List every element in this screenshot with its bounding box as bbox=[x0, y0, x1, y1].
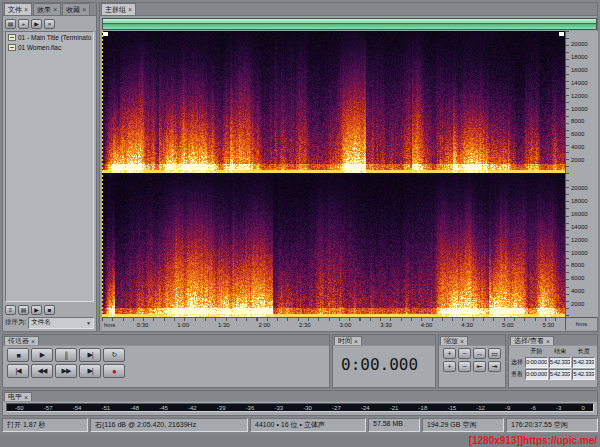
delete-file-button[interactable]: × bbox=[44, 19, 55, 29]
time-tab[interactable]: 时间 × bbox=[334, 336, 362, 345]
close-icon[interactable]: × bbox=[460, 338, 464, 345]
tab-main-group[interactable]: 主群组 × bbox=[101, 3, 136, 15]
sort-select-value: 文件名 bbox=[31, 318, 51, 327]
file-list-item[interactable]: 01 - Main Title (Terminato bbox=[6, 32, 93, 42]
view-end-value[interactable]: 5:42.333 bbox=[549, 369, 572, 380]
show-options-button[interactable]: ≡ bbox=[5, 305, 16, 315]
fast-forward-icon: ▶▶ bbox=[62, 367, 71, 375]
close-icon[interactable]: × bbox=[354, 338, 358, 345]
file-list-item[interactable]: 01 Women.flac bbox=[6, 42, 93, 52]
close-icon[interactable]: × bbox=[31, 338, 35, 345]
stop-button[interactable]: ■ bbox=[7, 348, 29, 362]
zoom-to-selection-button[interactable]: ▭ bbox=[488, 348, 501, 359]
zoom-selection-icon: ▭ bbox=[491, 350, 498, 358]
stop-preview-button[interactable]: ■ bbox=[44, 305, 55, 315]
selection-handle-right[interactable] bbox=[559, 32, 564, 36]
tab-files[interactable]: 文件 × bbox=[4, 3, 32, 15]
import-file-button[interactable]: ▤ bbox=[5, 19, 16, 29]
time-tick-label: 1:30 bbox=[218, 322, 230, 328]
freq-tick-label: 12000 bbox=[571, 237, 588, 243]
ruler-corner-label: hms bbox=[576, 321, 587, 327]
go-to-start-button[interactable]: |◀ bbox=[7, 364, 29, 378]
db-scale-label: -18 bbox=[419, 405, 428, 411]
spectral-display-area bbox=[102, 31, 565, 317]
freq-tick-label: 20000 bbox=[571, 185, 588, 191]
files-panel-tabbar: 文件 × 效果 × 收藏 × bbox=[3, 3, 96, 16]
spectral-display[interactable] bbox=[102, 31, 565, 317]
files-toolbar: ▤ + ▶ × bbox=[3, 16, 96, 32]
levels-tab[interactable]: 电平 × bbox=[4, 392, 32, 401]
db-scale: -60-57-54-51-48-45-42-39-36-33-30-27-24-… bbox=[7, 404, 593, 411]
time-ruler-labels: 0:301:001:302:002:303:003:304:004:305:00… bbox=[102, 318, 565, 331]
zoom-row-1: + − ↔ ▭ bbox=[439, 346, 505, 359]
selection-end-value[interactable]: 5:42.333 bbox=[549, 357, 572, 368]
rewind-button[interactable]: ◀◀ bbox=[31, 364, 53, 378]
play-to-end-button[interactable]: ▶| bbox=[79, 348, 101, 362]
freq-tick-label: 16000 bbox=[571, 211, 588, 217]
db-scale-label: -57 bbox=[44, 405, 53, 411]
frequency-labels-left-channel: 2000018000160001400012000100008000600040… bbox=[566, 31, 598, 173]
selection-start-value[interactable]: 0:00.000 bbox=[525, 357, 548, 368]
db-scale-label: -6 bbox=[531, 405, 536, 411]
time-tick-label: 0:30 bbox=[137, 322, 149, 328]
go-to-end-button[interactable]: ▶| bbox=[79, 364, 101, 378]
zoom-panel: 缩放 × + − ↔ ▭ + − ⇤ bbox=[438, 334, 506, 388]
time-tick-label: 4:30 bbox=[461, 322, 473, 328]
filter-files-button[interactable]: ▤ bbox=[18, 305, 29, 315]
record-button[interactable]: ● bbox=[103, 364, 125, 378]
db-scale-label: -15 bbox=[447, 405, 456, 411]
selview-tab[interactable]: 选择/查看 × bbox=[510, 336, 554, 345]
col-header-start: 开始 bbox=[525, 347, 548, 356]
zoom-out-vertical-button[interactable]: − bbox=[458, 361, 471, 372]
loop-play-button[interactable]: ↻ bbox=[103, 348, 125, 362]
time-ruler[interactable]: hms 0:301:001:302:002:303:003:304:004:30… bbox=[102, 317, 565, 331]
zoom-full-icon: ↔ bbox=[476, 350, 483, 357]
playhead-line[interactable] bbox=[102, 31, 103, 317]
frequency-ruler[interactable]: 2000018000160001400012000100008000600040… bbox=[565, 31, 598, 317]
fast-forward-button[interactable]: ▶▶ bbox=[55, 364, 77, 378]
pause-button[interactable]: ║ bbox=[55, 348, 77, 362]
zoom-left-edge-button[interactable]: ⇤ bbox=[473, 361, 486, 372]
tab-favorites[interactable]: 收藏 × bbox=[62, 3, 90, 15]
frequency-labels-right-channel: 2000018000160001400012000100008000600040… bbox=[566, 175, 598, 317]
play-button[interactable]: ▶ bbox=[31, 348, 53, 362]
transport-row-1: ■ ▶ ║ ▶| ↻ bbox=[3, 346, 329, 362]
zoom-in-vertical-button[interactable]: + bbox=[443, 361, 456, 372]
level-meter[interactable]: -60-57-54-51-48-45-42-39-36-33-30-27-24-… bbox=[6, 403, 594, 412]
new-file-button[interactable]: + bbox=[18, 19, 29, 29]
files-panel-footer: ≡ ▤ ▶ ■ 排序为: 文件名 ▼ bbox=[5, 303, 94, 329]
status-cursor-info: 右(116 dB @ 2:05.420, 21639Hz bbox=[90, 418, 248, 432]
zoom-full-button[interactable]: ↔ bbox=[473, 348, 486, 359]
tab-effects[interactable]: 效果 × bbox=[33, 3, 61, 15]
bottom-strip: [1280x913]]https://upic.me/ bbox=[0, 434, 600, 447]
transport-panel: 传送器 × ■ ▶ ║ ▶| ↻ |◀ bbox=[2, 334, 330, 388]
waveform-overview-bar[interactable] bbox=[102, 18, 597, 30]
view-start-value[interactable]: 0:00.000 bbox=[525, 369, 548, 380]
close-icon[interactable]: × bbox=[24, 394, 28, 401]
view-length-value[interactable]: 5:42.333 bbox=[572, 369, 595, 380]
db-scale-label: -27 bbox=[332, 405, 341, 411]
play-preview-button[interactable]: ▶ bbox=[31, 19, 42, 29]
close-icon[interactable]: × bbox=[128, 6, 132, 13]
db-scale-label: -39 bbox=[217, 405, 226, 411]
selection-length-value[interactable]: 5:42.333 bbox=[572, 357, 595, 368]
zoom-right-edge-button[interactable]: ⇥ bbox=[488, 361, 501, 372]
play-preview-icon: ▶ bbox=[34, 20, 39, 27]
transport-tab[interactable]: 传送器 × bbox=[4, 336, 39, 345]
zoom-out-horizontal-button[interactable]: − bbox=[458, 348, 471, 359]
selection-handle-left[interactable] bbox=[103, 32, 108, 36]
close-icon[interactable]: × bbox=[546, 338, 550, 345]
selview-corner bbox=[511, 347, 524, 356]
close-icon[interactable]: × bbox=[24, 6, 28, 13]
close-icon[interactable]: × bbox=[82, 6, 86, 13]
auto-play-button[interactable]: ▶ bbox=[31, 305, 42, 315]
close-icon[interactable]: × bbox=[53, 6, 57, 13]
zoom-in-horizontal-button[interactable]: + bbox=[443, 348, 456, 359]
sort-select[interactable]: 文件名 ▼ bbox=[28, 317, 94, 329]
zoom-tab[interactable]: 缩放 × bbox=[440, 336, 468, 345]
db-scale-label: -12 bbox=[476, 405, 485, 411]
stop-preview-icon: ■ bbox=[48, 307, 52, 313]
audition-window: 文件 × 效果 × 收藏 × ▤ + ▶ × bbox=[0, 0, 600, 447]
record-icon: ● bbox=[112, 367, 116, 376]
audio-file-icon bbox=[8, 44, 16, 51]
